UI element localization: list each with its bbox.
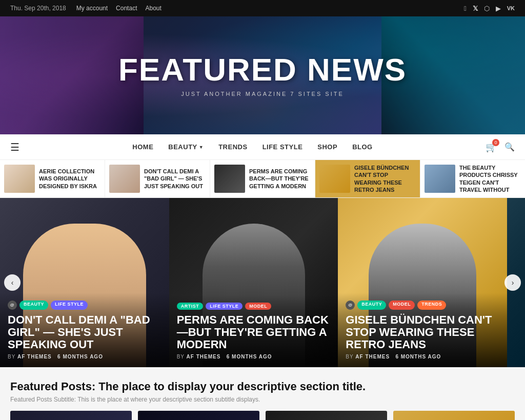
slide-tag-trends-2[interactable]: TRENDS [417, 301, 446, 310]
date-display: Thu. Sep 20th, 2018 [10, 5, 66, 12]
slide-title-2: GISELE BÜNDCHEN CAN'T STOP WEARING THESE… [346, 314, 499, 351]
contact-link[interactable]: Contact [116, 5, 137, 12]
featured-card-3[interactable]: @ BEAUTY MODEL TRENDS [393, 411, 515, 420]
carousel-slide-0[interactable]: @ BEAUTY LIFE STYLE DON'T CALL DEMI A "B… [0, 198, 169, 367]
twitter-icon[interactable]: 𝕏 [473, 5, 478, 12]
featured-section: Featured Posts: The place to display you… [0, 367, 525, 420]
slide-tag-beauty-0[interactable]: BEAUTY [19, 301, 48, 310]
featured-section-title: Featured Posts: The place to display you… [10, 380, 515, 393]
ticker-text-3: GISELE BÜNDCHEN CAN'T STOP WEARING THESE… [354, 164, 416, 193]
main-navigation: ☰ HOME BEAUTY ▼ TRENDS LIFE STYLE SHOP B… [0, 134, 525, 160]
my-account-link[interactable]: My account [76, 5, 108, 12]
featured-card-2[interactable]: ARTIST LIFE STYLE MODEL [266, 411, 387, 420]
ticker-thumb-3 [319, 165, 350, 193]
slide-meta-1: BY AF THEMES 6 MONTHS AGO [177, 354, 331, 359]
nav-lifestyle[interactable]: LIFE STYLE [256, 140, 309, 154]
hamburger-button[interactable]: ☰ [10, 141, 19, 153]
ticker-thumb-4 [425, 165, 455, 193]
ticker-text-2: PERMS ARE COMING BACK—BUT THEY'RE GETTIN… [249, 168, 311, 190]
featured-card-0[interactable]: @ BEAUTY PHOTOGRAPHY [10, 411, 132, 420]
top-bar-left: Thu. Sep 20th, 2018 My account Contact A… [10, 5, 161, 12]
slide-at-icon-0: @ [8, 301, 17, 310]
ticker-item-1[interactable]: DON'T CALL DEMI A "BAD GIRL" — SHE'S JUS… [105, 160, 210, 197]
ticker-item-0[interactable]: AERIE COLLECTION WAS ORIGINALLY DESIGNED… [0, 160, 105, 197]
about-link[interactable]: About [145, 5, 161, 12]
ticker-item-4[interactable]: THE BEAUTY PRODUCTS CHRISSY TEIGEN CAN'T… [420, 160, 525, 197]
youtube-icon[interactable]: ▶ [496, 5, 501, 12]
slide-tags-0: @ BEAUTY LIFE STYLE [8, 301, 161, 310]
carousel-section: ‹ @ BEAUTY LIFE STYLE DON'T CALL DEMI A … [0, 198, 525, 367]
slide-tags-1: ARTIST LIFE STYLE MODEL [177, 303, 331, 310]
nav-shop[interactable]: SHOP [311, 140, 344, 154]
slide-overlay-2: @ BEAUTY MODEL TRENDS GISELE BÜNDCHEN CA… [338, 293, 507, 368]
instagram-icon[interactable]: ⬡ [484, 5, 490, 12]
ticker-text-4: THE BEAUTY PRODUCTS CHRISSY TEIGEN CAN'T… [459, 164, 521, 193]
slide-tags-2: @ BEAUTY MODEL TRENDS [346, 301, 499, 310]
social-links:  𝕏 ⬡ ▶ VK [464, 5, 515, 12]
hero-banner: FEATURED NEWS JUST ANOTHER MAGAZINE 7 SI… [0, 16, 525, 134]
ticker-thumb-2 [214, 165, 245, 193]
vk-icon[interactable]: VK [507, 5, 515, 11]
ticker-text-1: DON'T CALL DEMI A "BAD GIRL" — SHE'S JUS… [144, 168, 206, 190]
slide-overlay-1: ARTIST LIFE STYLE MODEL PERMS ARE COMING… [169, 295, 338, 368]
featured-section-subtitle: Featured Posts Subtitle: This is the pla… [10, 396, 515, 403]
nav-beauty[interactable]: BEAUTY ▼ [162, 140, 210, 154]
carousel-slide-1[interactable]: ARTIST LIFE STYLE MODEL PERMS ARE COMING… [169, 198, 338, 367]
slide-tag-lifestyle-0[interactable]: LIFE STYLE [51, 301, 88, 310]
slide-meta-0: BY AF THEMES 6 MONTHS AGO [8, 354, 161, 359]
slide-at-icon-2: @ [346, 301, 355, 310]
featured-card-1[interactable]: @ BEAUTY LIFE STYLE [138, 411, 259, 420]
slide-tag-model-1[interactable]: MODEL [245, 303, 271, 310]
ticker-thumb-0 [4, 165, 35, 193]
nav-blog[interactable]: BLOG [346, 140, 379, 154]
beauty-dropdown-icon: ▼ [199, 145, 204, 150]
ticker-thumb-1 [109, 165, 140, 193]
carousel-slide-2[interactable]: @ BEAUTY MODEL TRENDS GISELE BÜNDCHEN CA… [338, 198, 507, 367]
carousel-prev-button[interactable]: ‹ [4, 274, 21, 291]
featured-cards-grid: @ BEAUTY PHOTOGRAPHY @ BEAUTY LIFE STYLE… [10, 411, 515, 420]
top-nav: My account Contact About [76, 5, 161, 12]
search-button[interactable]: 🔍 [504, 142, 515, 152]
ticker-item-2[interactable]: PERMS ARE COMING BACK—BUT THEY'RE GETTIN… [210, 160, 315, 197]
slide-title-1: PERMS ARE COMING BACK—BUT THEY'RE GETTIN… [177, 314, 331, 351]
slide-title-0: DON'T CALL DEMI A "BAD GIRL" — SHE'S JUS… [8, 314, 161, 351]
ticker-strip: AERIE COLLECTION WAS ORIGINALLY DESIGNED… [0, 160, 525, 198]
nav-right-actions: 🛒 0 🔍 [486, 142, 515, 153]
cart-badge: 0 [492, 139, 499, 146]
carousel-next-button[interactable]: › [504, 274, 521, 291]
nav-links-group: HOME BEAUTY ▼ TRENDS LIFE STYLE SHOP BLO… [126, 140, 378, 154]
hero-title: FEATURED NEWS [118, 54, 407, 86]
ticker-item-3[interactable]: GISELE BÜNDCHEN CAN'T STOP WEARING THESE… [315, 160, 420, 197]
slide-tag-lifestyle-1[interactable]: LIFE STYLE [206, 303, 243, 310]
nav-home[interactable]: HOME [126, 140, 159, 154]
nav-trends[interactable]: TRENDS [212, 140, 253, 154]
cart-button[interactable]: 🛒 0 [486, 142, 497, 153]
top-bar: Thu. Sep 20th, 2018 My account Contact A… [0, 0, 525, 16]
ticker-text-0: AERIE COLLECTION WAS ORIGINALLY DESIGNED… [39, 168, 100, 190]
slide-overlay-0: @ BEAUTY LIFE STYLE DON'T CALL DEMI A "B… [0, 293, 169, 368]
hero-subtitle: JUST ANOTHER MAGAZINE 7 SITES SITE [181, 91, 344, 97]
slide-tag-artist-1[interactable]: ARTIST [177, 303, 204, 310]
slide-tag-model-2[interactable]: MODEL [389, 301, 415, 310]
slide-meta-2: BY AF THEMES 6 MONTHS AGO [346, 354, 499, 359]
slide-tag-beauty-2[interactable]: BEAUTY [357, 301, 386, 310]
facebook-icon[interactable]:  [464, 5, 467, 12]
